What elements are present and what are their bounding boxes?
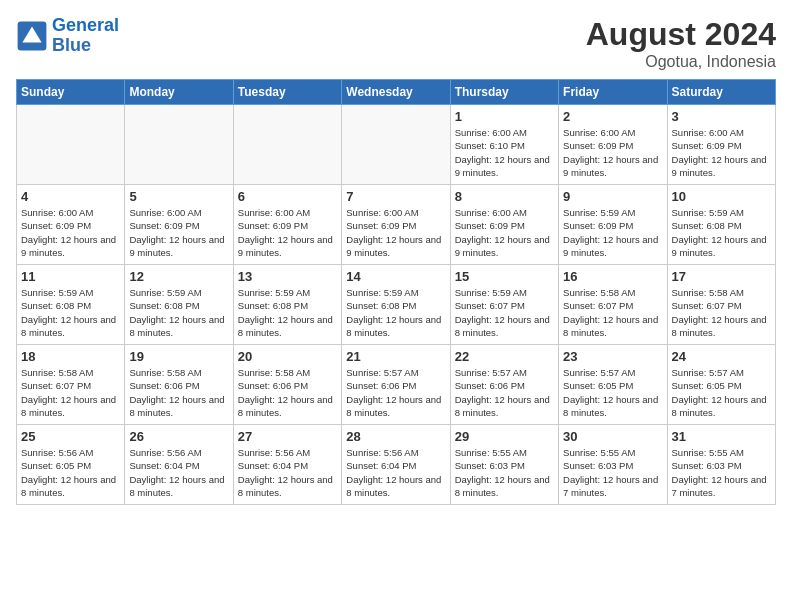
calendar-cell: 15Sunrise: 5:59 AM Sunset: 6:07 PM Dayli… — [450, 265, 558, 345]
day-info: Sunrise: 5:58 AM Sunset: 6:07 PM Dayligh… — [672, 286, 771, 339]
calendar-cell: 30Sunrise: 5:55 AM Sunset: 6:03 PM Dayli… — [559, 425, 667, 505]
day-number: 26 — [129, 429, 228, 444]
day-number: 17 — [672, 269, 771, 284]
day-number: 18 — [21, 349, 120, 364]
day-info: Sunrise: 6:00 AM Sunset: 6:09 PM Dayligh… — [672, 126, 771, 179]
header-sunday: Sunday — [17, 80, 125, 105]
calendar-cell: 21Sunrise: 5:57 AM Sunset: 6:06 PM Dayli… — [342, 345, 450, 425]
day-info: Sunrise: 5:55 AM Sunset: 6:03 PM Dayligh… — [672, 446, 771, 499]
day-number: 15 — [455, 269, 554, 284]
day-number: 7 — [346, 189, 445, 204]
day-info: Sunrise: 5:57 AM Sunset: 6:06 PM Dayligh… — [455, 366, 554, 419]
calendar-cell — [17, 105, 125, 185]
day-info: Sunrise: 5:59 AM Sunset: 6:08 PM Dayligh… — [129, 286, 228, 339]
day-number: 16 — [563, 269, 662, 284]
day-number: 12 — [129, 269, 228, 284]
day-number: 30 — [563, 429, 662, 444]
day-info: Sunrise: 5:58 AM Sunset: 6:06 PM Dayligh… — [238, 366, 337, 419]
day-info: Sunrise: 5:59 AM Sunset: 6:08 PM Dayligh… — [238, 286, 337, 339]
day-info: Sunrise: 6:00 AM Sunset: 6:09 PM Dayligh… — [346, 206, 445, 259]
calendar-cell: 8Sunrise: 6:00 AM Sunset: 6:09 PM Daylig… — [450, 185, 558, 265]
calendar-cell: 6Sunrise: 6:00 AM Sunset: 6:09 PM Daylig… — [233, 185, 341, 265]
calendar-table: SundayMondayTuesdayWednesdayThursdayFrid… — [16, 79, 776, 505]
calendar-cell: 27Sunrise: 5:56 AM Sunset: 6:04 PM Dayli… — [233, 425, 341, 505]
day-info: Sunrise: 5:58 AM Sunset: 6:07 PM Dayligh… — [21, 366, 120, 419]
calendar-cell: 23Sunrise: 5:57 AM Sunset: 6:05 PM Dayli… — [559, 345, 667, 425]
day-number: 8 — [455, 189, 554, 204]
main-title: August 2024 — [586, 16, 776, 53]
day-number: 22 — [455, 349, 554, 364]
day-number: 20 — [238, 349, 337, 364]
header-friday: Friday — [559, 80, 667, 105]
header-monday: Monday — [125, 80, 233, 105]
day-info: Sunrise: 5:59 AM Sunset: 6:08 PM Dayligh… — [21, 286, 120, 339]
calendar-cell: 12Sunrise: 5:59 AM Sunset: 6:08 PM Dayli… — [125, 265, 233, 345]
day-number: 14 — [346, 269, 445, 284]
calendar-cell: 1Sunrise: 6:00 AM Sunset: 6:10 PM Daylig… — [450, 105, 558, 185]
calendar-week-5: 25Sunrise: 5:56 AM Sunset: 6:05 PM Dayli… — [17, 425, 776, 505]
day-info: Sunrise: 6:00 AM Sunset: 6:09 PM Dayligh… — [563, 126, 662, 179]
calendar-cell: 24Sunrise: 5:57 AM Sunset: 6:05 PM Dayli… — [667, 345, 775, 425]
page-header: GeneralBlue August 2024 Ogotua, Indonesi… — [16, 16, 776, 71]
calendar-cell: 25Sunrise: 5:56 AM Sunset: 6:05 PM Dayli… — [17, 425, 125, 505]
calendar-cell: 29Sunrise: 5:55 AM Sunset: 6:03 PM Dayli… — [450, 425, 558, 505]
day-number: 10 — [672, 189, 771, 204]
day-number: 29 — [455, 429, 554, 444]
calendar-cell: 31Sunrise: 5:55 AM Sunset: 6:03 PM Dayli… — [667, 425, 775, 505]
day-info: Sunrise: 5:55 AM Sunset: 6:03 PM Dayligh… — [455, 446, 554, 499]
calendar-week-2: 4Sunrise: 6:00 AM Sunset: 6:09 PM Daylig… — [17, 185, 776, 265]
logo-text: GeneralBlue — [52, 16, 119, 56]
calendar-cell: 5Sunrise: 6:00 AM Sunset: 6:09 PM Daylig… — [125, 185, 233, 265]
day-number: 21 — [346, 349, 445, 364]
day-info: Sunrise: 6:00 AM Sunset: 6:09 PM Dayligh… — [455, 206, 554, 259]
day-info: Sunrise: 5:59 AM Sunset: 6:07 PM Dayligh… — [455, 286, 554, 339]
header-thursday: Thursday — [450, 80, 558, 105]
day-info: Sunrise: 5:56 AM Sunset: 6:05 PM Dayligh… — [21, 446, 120, 499]
day-info: Sunrise: 6:00 AM Sunset: 6:10 PM Dayligh… — [455, 126, 554, 179]
calendar-cell: 16Sunrise: 5:58 AM Sunset: 6:07 PM Dayli… — [559, 265, 667, 345]
calendar-cell: 22Sunrise: 5:57 AM Sunset: 6:06 PM Dayli… — [450, 345, 558, 425]
day-number: 13 — [238, 269, 337, 284]
day-info: Sunrise: 5:59 AM Sunset: 6:08 PM Dayligh… — [672, 206, 771, 259]
day-number: 19 — [129, 349, 228, 364]
day-number: 11 — [21, 269, 120, 284]
header-tuesday: Tuesday — [233, 80, 341, 105]
day-info: Sunrise: 6:00 AM Sunset: 6:09 PM Dayligh… — [21, 206, 120, 259]
day-number: 4 — [21, 189, 120, 204]
subtitle: Ogotua, Indonesia — [586, 53, 776, 71]
calendar-cell: 3Sunrise: 6:00 AM Sunset: 6:09 PM Daylig… — [667, 105, 775, 185]
calendar-week-4: 18Sunrise: 5:58 AM Sunset: 6:07 PM Dayli… — [17, 345, 776, 425]
calendar-cell: 20Sunrise: 5:58 AM Sunset: 6:06 PM Dayli… — [233, 345, 341, 425]
calendar-cell: 18Sunrise: 5:58 AM Sunset: 6:07 PM Dayli… — [17, 345, 125, 425]
header-wednesday: Wednesday — [342, 80, 450, 105]
day-info: Sunrise: 5:58 AM Sunset: 6:07 PM Dayligh… — [563, 286, 662, 339]
day-number: 6 — [238, 189, 337, 204]
calendar-cell: 7Sunrise: 6:00 AM Sunset: 6:09 PM Daylig… — [342, 185, 450, 265]
day-info: Sunrise: 5:57 AM Sunset: 6:05 PM Dayligh… — [672, 366, 771, 419]
day-info: Sunrise: 5:56 AM Sunset: 6:04 PM Dayligh… — [129, 446, 228, 499]
day-info: Sunrise: 6:00 AM Sunset: 6:09 PM Dayligh… — [238, 206, 337, 259]
calendar-week-1: 1Sunrise: 6:00 AM Sunset: 6:10 PM Daylig… — [17, 105, 776, 185]
day-info: Sunrise: 5:56 AM Sunset: 6:04 PM Dayligh… — [238, 446, 337, 499]
calendar-cell: 2Sunrise: 6:00 AM Sunset: 6:09 PM Daylig… — [559, 105, 667, 185]
day-info: Sunrise: 5:56 AM Sunset: 6:04 PM Dayligh… — [346, 446, 445, 499]
day-info: Sunrise: 5:59 AM Sunset: 6:09 PM Dayligh… — [563, 206, 662, 259]
day-number: 25 — [21, 429, 120, 444]
day-info: Sunrise: 5:55 AM Sunset: 6:03 PM Dayligh… — [563, 446, 662, 499]
day-number: 24 — [672, 349, 771, 364]
day-number: 28 — [346, 429, 445, 444]
header-saturday: Saturday — [667, 80, 775, 105]
day-number: 23 — [563, 349, 662, 364]
calendar-cell — [233, 105, 341, 185]
calendar-cell: 28Sunrise: 5:56 AM Sunset: 6:04 PM Dayli… — [342, 425, 450, 505]
title-block: August 2024 Ogotua, Indonesia — [586, 16, 776, 71]
day-info: Sunrise: 5:57 AM Sunset: 6:06 PM Dayligh… — [346, 366, 445, 419]
calendar-cell: 4Sunrise: 6:00 AM Sunset: 6:09 PM Daylig… — [17, 185, 125, 265]
day-number: 2 — [563, 109, 662, 124]
calendar-cell: 17Sunrise: 5:58 AM Sunset: 6:07 PM Dayli… — [667, 265, 775, 345]
calendar-cell: 14Sunrise: 5:59 AM Sunset: 6:08 PM Dayli… — [342, 265, 450, 345]
day-number: 27 — [238, 429, 337, 444]
day-number: 1 — [455, 109, 554, 124]
logo-icon — [16, 20, 48, 52]
day-number: 31 — [672, 429, 771, 444]
